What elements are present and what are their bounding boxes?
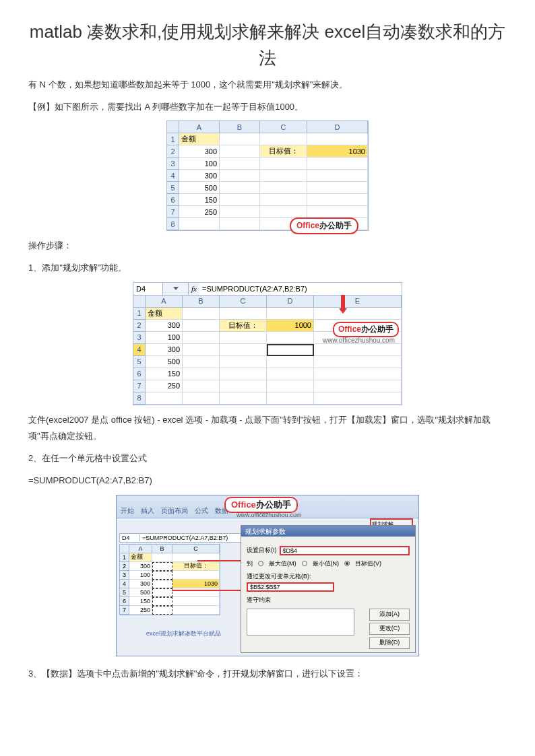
add-button: 添加(A) [369, 609, 410, 621]
paragraph-example: 【例】如下图所示，需要找出 A 列哪些数字加在一起等于目标值1000。 [28, 99, 507, 116]
input-variable-cells: $B$2:$B$7 [247, 582, 334, 592]
paragraph-steps: 操作步骤： [28, 238, 507, 254]
name-box: D4 [120, 535, 140, 541]
dialog-title: 规划求解参数 [241, 526, 415, 537]
watermark-badge: Office办公助手 [290, 217, 358, 234]
paragraph-intro: 有 N 个数，如果想知道哪些数加起来等于 1000，这个就需要用"规划求解"来解… [28, 77, 507, 94]
paragraph-step1-detail: 文件(excel2007 是点 office 按钮) - excel 选项 - … [28, 412, 507, 445]
cell-header: 金额 [179, 133, 220, 145]
change-button: 更改(C) [369, 623, 410, 635]
screenshot-1: A B C D 1金额 2300目标值：1030 3100 4300 5500 … [166, 121, 369, 231]
watermark-badge: Office办公助手 [333, 322, 399, 337]
ribbon-tab: 页面布局 [161, 506, 188, 518]
cell-value: 500 [146, 356, 183, 368]
page-title: matlab 凑数求和,使用规划求解来解决 excel自动凑数求和的方法 [28, 19, 507, 71]
cell-header: 金额 [146, 308, 183, 320]
figure-caption: excel规划求解凑数平台赋品 [146, 629, 221, 638]
radio-min [302, 561, 307, 566]
cell-value: 300 [146, 320, 183, 332]
cell-value: 500 [179, 182, 220, 194]
cell-value: 300 [179, 170, 220, 182]
target-label: 目标值： [260, 145, 307, 158]
target-label: 目标值： [220, 320, 267, 332]
radio-max [258, 561, 263, 566]
col-header: D [267, 296, 314, 308]
label-variable: 通过更改可变单元格(B): [247, 572, 410, 581]
target-value: 1000 [267, 320, 314, 332]
watermark-url: www.officezhushou.com [323, 337, 395, 344]
col-header: D [307, 121, 368, 133]
cell-value: 300 [146, 344, 183, 356]
cell-value: 100 [179, 158, 220, 170]
solver-dialog: 规划求解参数 设置目标(I)$D$4 到 最大值(M) 最小值(N) 目标值(V… [241, 525, 416, 653]
col-header: A [146, 296, 183, 308]
cell-value: 250 [146, 380, 183, 392]
constraint-list [247, 609, 354, 635]
input-target-cell: $D$4 [280, 546, 410, 555]
screenshot-2: D4 fx =SUMPRODUCT(A2:A7,B2:B7) A B C D E… [133, 282, 402, 405]
dropdown-icon [173, 287, 179, 290]
col-header: B [183, 296, 220, 308]
ribbon-tab: 公式 [195, 506, 208, 518]
target-value: 1030 [307, 145, 368, 158]
radio-value [344, 561, 350, 566]
label-constraint: 遵守约束 [247, 596, 271, 605]
watermark-url: www.officezhushou.com [237, 512, 301, 518]
label-target: 设置目标(I) [247, 546, 277, 555]
mini-spreadsheet: ABC 1金额 2300目标值： 3100 43001030 5500 6150… [119, 544, 220, 615]
paragraph-step1: 1、添加"规划求解"功能。 [28, 260, 507, 277]
formula-bar: =SUMPRODUCT(A2:A7,B2:B7) [199, 283, 402, 295]
label-to: 到 [247, 559, 253, 568]
cell-value: 150 [179, 194, 220, 206]
col-header: C [220, 296, 267, 308]
col-header: C [260, 121, 307, 133]
col-header: B [220, 121, 260, 133]
col-header: A [179, 121, 220, 133]
fx-icon: fx [189, 283, 199, 295]
cell-value: 100 [146, 332, 183, 344]
paragraph-step2: 2、在任一个单元格中设置公式 [28, 450, 507, 467]
name-box: D4 [133, 283, 163, 295]
delete-button: 删除(D) [369, 637, 410, 649]
ribbon-tab: 开始 [121, 506, 134, 518]
cell-value: 250 [179, 206, 220, 218]
formula-bar: =SUMPRODUCT(A2:A7,B2:B7) [140, 535, 230, 541]
paragraph-step3: 3、【数据】选项卡中点击新增的"规划求解"命令，打开规划求解窗口，进行以下设置： [28, 666, 507, 683]
ribbon-tab: 插入 [141, 506, 154, 518]
cell-value: 150 [146, 368, 183, 380]
screenshot-3: 开始 插入 页面布局 公式 数据 审阅 视图 Office办公助手 www.of… [116, 495, 419, 656]
paragraph-formula: =SUMPRODUCT(A2:A7,B2:B7) [28, 473, 507, 489]
cell-value: 300 [179, 145, 220, 158]
arrow-icon [341, 295, 345, 310]
watermark-badge: Office办公助手 [224, 497, 298, 513]
col-header: E [314, 296, 402, 308]
